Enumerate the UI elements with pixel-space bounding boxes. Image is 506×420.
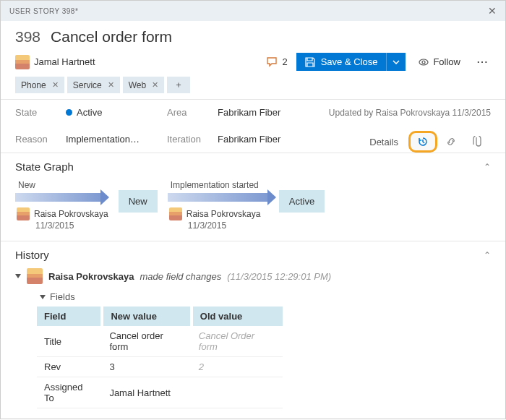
fields-table: Field New value Old value TitleCancel or…: [37, 307, 283, 408]
history-title: History: [15, 249, 49, 261]
col-old: Old value: [192, 307, 283, 326]
updated-by: Updated by Raisa Pokrovskaya 11/3/2015: [312, 108, 491, 118]
assignee-picker[interactable]: Jamal Hartnett: [15, 55, 95, 69]
fields-toggle[interactable]: Fields: [40, 291, 491, 302]
follow-button[interactable]: Follow: [414, 53, 465, 70]
eye-icon: [419, 57, 429, 67]
remove-tag-icon[interactable]: ✕: [152, 80, 158, 90]
attachment-icon: [473, 136, 483, 147]
svg-point-1: [422, 61, 425, 64]
state-graph-title: State Graph: [15, 160, 74, 173]
save-icon: [305, 57, 315, 67]
table-row: Assigned ToJamal Hartnett: [37, 377, 283, 408]
col-new: New value: [102, 307, 191, 326]
svg-point-0: [419, 59, 428, 65]
assignee-name: Jamal Hartnett: [34, 56, 95, 67]
state-box-new: New: [119, 190, 158, 213]
transition-arrow-icon: [168, 193, 269, 202]
transition-arrow-icon: [15, 193, 102, 202]
state-graph: New Raisa Pokrovskaya 11/3/2015 New Impl…: [15, 180, 491, 231]
remove-tag-icon[interactable]: ✕: [108, 80, 114, 90]
history-timestamp: (11/3/2015 12:29:01 PM): [227, 271, 331, 282]
history-entry[interactable]: Raisa Pokrovskaya made field changes (11…: [15, 268, 491, 284]
expand-icon[interactable]: [15, 274, 21, 278]
titlebar: USER STORY 398* ✕: [1, 1, 505, 21]
comment-count[interactable]: 2: [267, 56, 287, 67]
history-action: made field changes: [140, 271, 222, 282]
work-item-title[interactable]: Cancel order form: [51, 28, 172, 46]
work-item-id: 398: [15, 28, 40, 46]
reason-label: Reason: [15, 134, 66, 145]
avatar-icon: [17, 207, 30, 220]
state-value[interactable]: Active: [66, 107, 167, 118]
tag-service[interactable]: Service✕: [67, 77, 120, 93]
tab-details[interactable]: Details: [359, 132, 408, 152]
history-section: History ⌃ Raisa Pokrovskaya made field c…: [1, 241, 505, 419]
chevron-down-icon: [393, 60, 400, 64]
expand-icon: [40, 295, 46, 299]
save-close-button[interactable]: Save & Close: [296, 53, 387, 71]
area-value[interactable]: Fabrikam Fiber: [218, 107, 312, 118]
table-row: Rev32: [37, 357, 283, 377]
header: 398 Cancel order form Jamal Hartnett 2 S…: [1, 21, 505, 99]
tags-row: Phone✕ Service✕ Web✕ ＋: [15, 77, 491, 93]
transition-label: Implementation started: [168, 180, 259, 190]
collapse-icon[interactable]: ⌃: [484, 162, 491, 172]
state-dot-icon: [66, 109, 72, 116]
state-box-active: Active: [279, 190, 325, 213]
state-graph-section: State Graph ⌃ New Raisa Pokrovskaya 11/3…: [1, 153, 505, 241]
transition-label: New: [15, 180, 35, 190]
window-title: USER STORY 398*: [9, 7, 78, 15]
save-close-split-button: Save & Close: [296, 53, 406, 71]
history-icon: [417, 136, 429, 147]
save-dropdown-caret[interactable]: [387, 53, 406, 71]
add-tag-button[interactable]: ＋: [167, 77, 190, 93]
table-row: TitleCancel order formCancel Order form: [37, 326, 283, 357]
state-label: State: [15, 107, 66, 118]
history-user: Raisa Pokrovskaya: [48, 271, 134, 282]
fields-block: Fields Field New value Old value TitleCa…: [37, 291, 491, 408]
tab-attachments[interactable]: [465, 132, 491, 152]
comment-icon: [267, 57, 278, 67]
action-row: Jamal Hartnett 2 Save & Close Follow ⋯: [15, 53, 491, 71]
tab-links[interactable]: [437, 132, 465, 152]
remove-tag-icon[interactable]: ✕: [52, 80, 59, 90]
area-label: Area: [167, 107, 218, 118]
avatar-icon: [15, 55, 30, 69]
tag-web[interactable]: Web✕: [123, 77, 164, 93]
avatar-icon: [169, 207, 182, 220]
tag-phone[interactable]: Phone✕: [15, 77, 64, 93]
title-row: 398 Cancel order form: [15, 28, 491, 46]
iteration-value[interactable]: Fabrikam Fiber: [218, 134, 312, 145]
link-icon: [445, 136, 457, 147]
col-field: Field: [37, 307, 102, 326]
meta-block: State Active Area Fabrikam Fiber Updated…: [1, 99, 505, 153]
subtabs: Details: [312, 131, 491, 153]
avatar-icon: [27, 268, 43, 284]
reason-value[interactable]: Implementation…: [66, 134, 167, 145]
close-icon[interactable]: ✕: [488, 5, 497, 17]
more-actions-button[interactable]: ⋯: [473, 53, 491, 70]
collapse-icon[interactable]: ⌃: [484, 250, 491, 260]
work-item-window: USER STORY 398* ✕ 398 Cancel order form …: [0, 0, 506, 419]
iteration-label: Iteration: [167, 134, 218, 145]
tab-history[interactable]: [408, 131, 437, 153]
